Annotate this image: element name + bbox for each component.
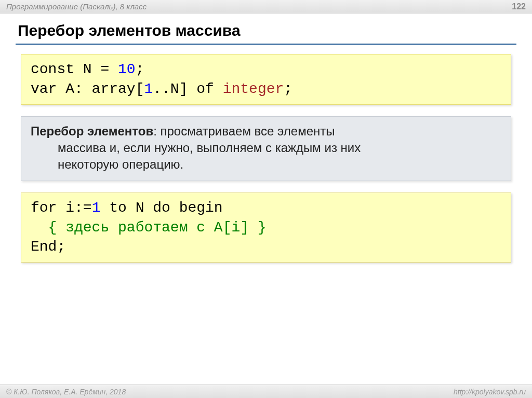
code-comment: { здесь работаем с A[i] } (31, 219, 267, 236)
footer-copyright: © К.Ю. Поляков, Е.А. Ерёмин, 2018 (6, 388, 126, 396)
code-token: to N do begin (100, 200, 222, 216)
definition-text: некоторую операцию. (31, 156, 501, 173)
code-line: const N = 10; (31, 60, 501, 79)
code-line: var A: array[1..N] of integer; (31, 79, 501, 99)
definition-term: Перебор элементов (31, 124, 153, 138)
code-token: ; (136, 61, 144, 77)
code-token: ..N] (153, 81, 196, 97)
slide-footer: © К.Ю. Поляков, Е.А. Ерёмин, 2018 http:/… (0, 385, 532, 398)
code-token: of (196, 81, 222, 97)
code-token: End; (31, 239, 65, 255)
header-page-number: 122 (512, 2, 526, 11)
code-number: 1 (92, 200, 101, 216)
code-token: const N (31, 61, 92, 77)
code-type: integer (223, 81, 284, 97)
slide-header: Программирование (Паскаль), 8 класс 122 (0, 0, 532, 13)
code-line: for i:=1 to N do begin (31, 198, 501, 218)
header-title: Программирование (Паскаль), 8 класс (6, 2, 147, 11)
code-number: 10 (118, 61, 136, 77)
code-line: End; (31, 237, 501, 257)
definition-block: Перебор элементов: просматриваем все эле… (21, 116, 511, 181)
code-block-loop: for i:=1 to N do begin { здесь работаем … (21, 193, 511, 263)
slide-content: Перебор элементов массива const N = 10; … (0, 13, 532, 263)
code-number: 1 (144, 81, 153, 97)
code-token: ; (284, 81, 292, 97)
code-token: for i:= (31, 200, 92, 216)
code-token: = (100, 61, 109, 77)
code-block-declaration: const N = 10; var A: array[1..N] of inte… (21, 54, 511, 105)
main-title: Перебор элементов массива (16, 22, 516, 39)
code-token: var A: array[ (31, 81, 144, 97)
footer-url: http://kpolyakov.spb.ru (454, 388, 526, 396)
code-line: { здесь работаем с A[i] } (31, 218, 501, 238)
title-underline (16, 44, 516, 45)
definition-text: массива и, если нужно, выполняем с кажды… (31, 140, 501, 156)
definition-text: : просматриваем все элементы (153, 124, 335, 138)
